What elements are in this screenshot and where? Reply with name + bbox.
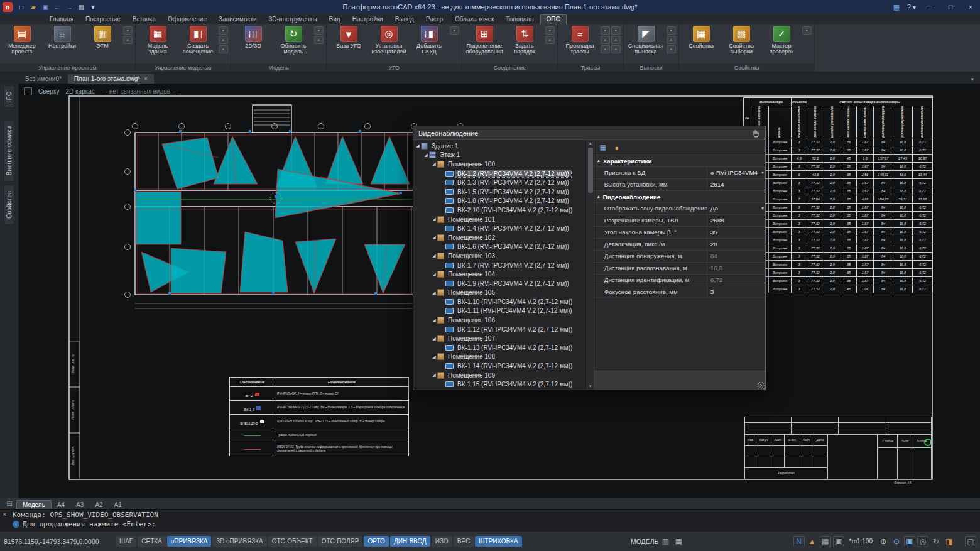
print-icon[interactable]: ▤ [76, 3, 86, 12]
tree-item-camera[interactable]: ВК-1.8 (RVi-IPC34VM4 V.2 (2,7-12 мм)) [413, 197, 587, 206]
tree-item-camera[interactable]: ВК-1.10 (RVi-IPC34VM4 V.2 (2,7-12 мм)) [413, 297, 587, 307]
doc-tab-plan[interactable]: План 1-ого этажа.dwg*× [68, 74, 154, 84]
expander-icon[interactable]: ◢ [431, 253, 437, 258]
scroll-up-icon[interactable]: ▲ [587, 141, 594, 145]
ribbon-tab-topoplan[interactable]: Топоплан [500, 15, 539, 24]
pan-hand-icon[interactable] [752, 129, 760, 138]
property-row[interactable]: Отображать зону видеонаблюденияДа▾ [594, 203, 765, 215]
tree-item-camera[interactable]: ВК-1.13 (RVi-IPC34VM4 V.2 (2,7-12 мм)) [413, 343, 587, 352]
ribbon-tab-constraints[interactable]: Зависимости [213, 15, 263, 24]
panel-tab-ifc[interactable]: IFC [4, 85, 14, 108]
tree-item-room[interactable]: ◢Помещение 105 [413, 288, 587, 298]
ribbon-tab-settings[interactable]: Настройки [347, 15, 389, 24]
license-table-icon[interactable]: ▦ [891, 3, 902, 11]
connect-equipment-button[interactable]: ⊞Подключение оборудования [465, 26, 504, 56]
dropdown-arrow-icon[interactable]: ▾ [761, 170, 764, 175]
close-button[interactable]: × [961, 1, 980, 13]
ribbon-tab-annotate[interactable]: Оформление [162, 15, 212, 24]
doc-tabs-dropdown-icon[interactable]: ▾ [971, 76, 974, 82]
property-row[interactable]: Фокусное расстояние, мм3 [594, 286, 765, 298]
ribbon-extra-icon[interactable]: ▪ [545, 36, 555, 44]
property-row[interactable]: Высота установки, мм2814 [594, 179, 765, 191]
zoom-extents-icon[interactable]: ◎ [917, 536, 928, 547]
tree-item-camera[interactable]: ВК-1.5 (RVi-IPC34VM4 V.2 (2,7-12 мм)) [413, 187, 587, 197]
expander-icon[interactable]: ◢ [431, 235, 437, 240]
etm-button[interactable]: ▥ЭТМ [83, 26, 122, 56]
tree-scrollbar[interactable]: ▲ ▼ [587, 140, 594, 390]
close-tab-icon[interactable]: × [144, 75, 148, 82]
ribbon-tab-point-clouds[interactable]: Облака точек [449, 15, 499, 24]
expander-icon[interactable]: ◢ [431, 290, 437, 295]
property-row[interactable]: Угол наклона камеры β, °35 [594, 227, 765, 239]
project-settings-button[interactable]: ≡Настройки [43, 26, 82, 56]
ribbon-tab-ops[interactable]: ОПС [540, 14, 567, 24]
ribbon-tab-view[interactable]: Вид [324, 15, 346, 24]
dropdown-arrow-icon[interactable]: ▾ [761, 205, 764, 211]
help-button[interactable]: ? ▾ [903, 3, 920, 11]
dialog-header[interactable]: Видеонаблюдение [413, 126, 765, 140]
ribbon-extra-icon[interactable]: ▪ [314, 26, 324, 35]
scrollbar-thumb[interactable] [588, 148, 593, 193]
clean-screen-icon[interactable]: ▢ [965, 536, 976, 547]
graphics-icon[interactable]: ▦ [820, 536, 831, 547]
doc-tab-untitled[interactable]: Без имени0* [19, 74, 68, 84]
ribbon-extra-icon[interactable]: ▪ [667, 36, 676, 44]
ribbon-extra-icon[interactable]: ▪ [611, 26, 621, 35]
zoom-icon[interactable]: ⊙ [891, 536, 902, 547]
tree-item-camera[interactable]: ВК-1.11 (RVi-IPC34VM4 V.2 (2,7-12 мм)) [413, 307, 587, 316]
grid-toggle[interactable]: СЕТКА [138, 536, 166, 547]
tree-item-room[interactable]: ◢Помещение 104 [413, 270, 587, 279]
otrack-object-toggle[interactable]: ОТС-ОБЪЕКТ [268, 536, 317, 547]
ribbon-extra-icon[interactable]: ▪ [219, 26, 228, 35]
layout-icon[interactable]: ▥ [660, 536, 671, 547]
layout-tab-a2[interactable]: А2 [89, 501, 108, 509]
ribbon-extra-icon[interactable]: ▪ [601, 26, 610, 35]
categorized-view-icon[interactable]: ▦ [598, 143, 608, 153]
ribbon-extra-icon[interactable]: ▪ [667, 45, 676, 53]
open-file-icon[interactable]: ▰ [28, 3, 38, 12]
ribbon-extra-icon[interactable]: ▪ [667, 26, 676, 35]
resize-grip-icon[interactable] [758, 382, 765, 389]
layout-tab-a4[interactable]: А4 [52, 501, 70, 509]
tree-item-room[interactable]: ◢Помещение 106 [413, 315, 587, 325]
special-callout-button[interactable]: ◤Специальная выноска [626, 26, 665, 56]
maximize-button[interactable]: □ [941, 1, 960, 13]
tree-item-camera[interactable]: ВК-1.12 (RVi-IPC34VM4 V.2 (2,7-12 мм)) [413, 325, 587, 334]
expander-icon[interactable]: ◢ [431, 373, 437, 378]
set-order-button[interactable]: ⇅Задать порядок [505, 26, 544, 56]
orbit-icon[interactable]: ↻ [930, 536, 942, 547]
property-section[interactable]: ▴Видеонаблюдение [594, 191, 765, 203]
ribbon-extra-icon[interactable]: ▪ [601, 36, 610, 44]
lock-icon[interactable]: ▣ [833, 536, 844, 547]
tree-item-room[interactable]: ◢Помещение 109 [413, 371, 587, 380]
tree-item-camera[interactable]: ВК-1.3 (RVi-IPC34VM4 V.2 (2,7-12 мм)) [413, 178, 587, 187]
screen-icon[interactable]: ▦ [673, 536, 684, 547]
tree-item-camera[interactable]: ВК-1.2 (RVi-IPC34VM4 V.2 (2,7-12 мм)) [413, 169, 587, 178]
mode-2d3d-button[interactable]: ◫2D/3D [234, 26, 273, 56]
tree-item-camera[interactable]: ВК-2.10 (RVi-IPC34VM4 V.2 (2,7-12 мм)) [413, 205, 587, 215]
tree-item-camera[interactable]: ВК-1.9 (RVi-IPC34VM4 V.2 (2,7-12 мм)) [413, 279, 587, 288]
tree-item-camera[interactable]: ВК-1.4 (RVi-IPC34VM4 V.2 (2,7-12 мм)) [413, 224, 587, 233]
dyn-input-toggle[interactable]: ДИН-ВВОД [390, 536, 430, 547]
selection-properties-button[interactable]: ▧Свойства выборки [722, 26, 761, 56]
pan-icon[interactable]: ⊕ [878, 536, 889, 547]
tree-item-camera[interactable]: ВК-1.15 (RVi-IPC34VM4 V.2 (2,7-12 мм)) [413, 379, 587, 389]
update-model-button[interactable]: ↻Обновить модель [274, 26, 313, 56]
expander-icon[interactable]: ◢ [431, 318, 437, 323]
tree-item-room[interactable]: ◢Помещение 103 [413, 251, 587, 261]
ribbon-extra-icon[interactable]: ▪ [314, 36, 324, 44]
ribbon-extra-icon[interactable]: ▪ [123, 26, 133, 35]
property-row[interactable]: Привязка к БД◆RVi-IPC34VM4▾ [594, 167, 765, 179]
tree-item-camera[interactable]: ВК-1.14 (RVi-IPC34VM4 V.2 (2,7-12 мм)) [413, 361, 587, 371]
expander-icon[interactable]: ◢ [431, 336, 437, 341]
property-row[interactable]: Детализация, пикс./м20 [594, 239, 765, 251]
tree-item-room[interactable]: ◢Помещение 107 [413, 334, 587, 343]
scroll-down-icon[interactable]: ▼ [587, 385, 594, 388]
tree-item-room[interactable]: ◢Помещение 102 [413, 233, 587, 243]
tree-item-camera[interactable]: ВК-1.7 (RVi-IPC34VM4 V.2 (2,7-12 мм)) [413, 261, 587, 270]
otrack-polar-toggle[interactable]: ОТС-ПОЛЯР [318, 536, 363, 547]
ribbon-tab-3d-tools[interactable]: 3D-инструменты [263, 15, 323, 24]
property-row[interactable]: Дистанция обнаружения, м84 [594, 251, 765, 263]
model-space-button[interactable]: МОДЕЛЬ [631, 538, 659, 545]
tree-item-room[interactable]: ◢Помещение 100 [413, 160, 587, 169]
